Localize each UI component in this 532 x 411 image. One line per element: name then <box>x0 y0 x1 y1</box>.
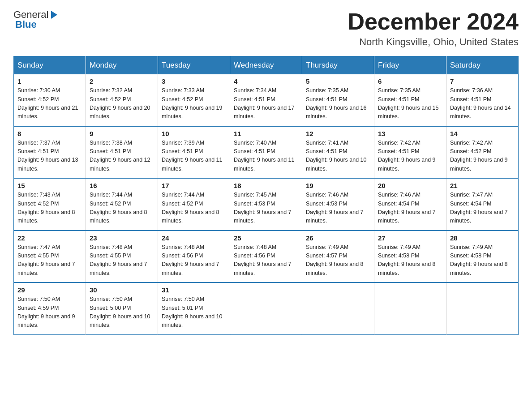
calendar-cell: 1 Sunrise: 7:30 AMSunset: 4:52 PMDayligh… <box>14 74 86 126</box>
day-info: Sunrise: 7:37 AMSunset: 4:51 PMDaylight:… <box>17 139 82 174</box>
calendar-week-row: 15 Sunrise: 7:43 AMSunset: 4:52 PMDaylig… <box>14 178 519 231</box>
calendar-cell: 25 Sunrise: 7:48 AMSunset: 4:56 PMDaylig… <box>230 231 302 283</box>
calendar-cell: 22 Sunrise: 7:47 AMSunset: 4:55 PMDaylig… <box>14 231 86 283</box>
day-number: 23 <box>90 234 154 242</box>
calendar-cell: 15 Sunrise: 7:43 AMSunset: 4:52 PMDaylig… <box>14 178 86 231</box>
calendar-cell: 2 Sunrise: 7:32 AMSunset: 4:52 PMDayligh… <box>86 74 158 126</box>
calendar-cell: 27 Sunrise: 7:49 AMSunset: 4:58 PMDaylig… <box>374 231 446 283</box>
day-number: 20 <box>378 182 442 189</box>
day-number: 15 <box>17 182 82 189</box>
weekday-header-thursday: Thursday <box>302 56 374 75</box>
day-number: 30 <box>90 286 154 294</box>
day-number: 22 <box>17 234 82 242</box>
day-info: Sunrise: 7:39 AMSunset: 4:51 PMDaylight:… <box>162 139 226 174</box>
day-number: 7 <box>450 77 515 85</box>
calendar-cell: 9 Sunrise: 7:38 AMSunset: 4:51 PMDayligh… <box>86 126 158 179</box>
calendar-cell: 12 Sunrise: 7:41 AMSunset: 4:51 PMDaylig… <box>302 126 374 179</box>
day-info: Sunrise: 7:47 AMSunset: 4:55 PMDaylight:… <box>17 243 82 278</box>
calendar-cell: 3 Sunrise: 7:33 AMSunset: 4:52 PMDayligh… <box>158 74 230 126</box>
calendar-week-row: 29 Sunrise: 7:50 AMSunset: 4:59 PMDaylig… <box>14 283 519 334</box>
calendar-cell: 11 Sunrise: 7:40 AMSunset: 4:51 PMDaylig… <box>230 126 302 179</box>
calendar-cell: 8 Sunrise: 7:37 AMSunset: 4:51 PMDayligh… <box>14 126 86 179</box>
day-info: Sunrise: 7:44 AMSunset: 4:52 PMDaylight:… <box>162 191 226 226</box>
day-number: 29 <box>17 286 82 294</box>
calendar-cell <box>230 283 302 334</box>
day-info: Sunrise: 7:48 AMSunset: 4:56 PMDaylight:… <box>162 243 226 278</box>
day-number: 28 <box>450 234 515 242</box>
calendar-week-row: 1 Sunrise: 7:30 AMSunset: 4:52 PMDayligh… <box>14 74 519 126</box>
page-header: General Blue December 2024 North Kingsvi… <box>13 9 519 48</box>
day-number: 25 <box>234 234 298 242</box>
weekday-header-row: SundayMondayTuesdayWednesdayThursdayFrid… <box>14 56 519 75</box>
calendar-cell: 29 Sunrise: 7:50 AMSunset: 4:59 PMDaylig… <box>14 283 86 334</box>
calendar-cell: 21 Sunrise: 7:47 AMSunset: 4:54 PMDaylig… <box>446 178 519 231</box>
day-info: Sunrise: 7:50 AMSunset: 5:01 PMDaylight:… <box>162 295 226 330</box>
day-info: Sunrise: 7:44 AMSunset: 4:52 PMDaylight:… <box>90 191 154 226</box>
day-number: 31 <box>162 286 226 294</box>
day-info: Sunrise: 7:40 AMSunset: 4:51 PMDaylight:… <box>234 139 298 174</box>
calendar-cell: 28 Sunrise: 7:49 AMSunset: 4:58 PMDaylig… <box>446 231 519 283</box>
day-number: 13 <box>378 130 442 137</box>
day-number: 18 <box>234 182 298 189</box>
logo-blue-text: Blue <box>15 19 37 30</box>
day-info: Sunrise: 7:35 AMSunset: 4:51 PMDaylight:… <box>306 86 370 121</box>
calendar-cell: 24 Sunrise: 7:48 AMSunset: 4:56 PMDaylig… <box>158 231 230 283</box>
day-info: Sunrise: 7:48 AMSunset: 4:55 PMDaylight:… <box>90 243 154 278</box>
calendar-cell: 6 Sunrise: 7:35 AMSunset: 4:51 PMDayligh… <box>374 74 446 126</box>
logo-block: General Blue <box>13 9 59 30</box>
calendar-cell: 26 Sunrise: 7:49 AMSunset: 4:57 PMDaylig… <box>302 231 374 283</box>
day-info: Sunrise: 7:32 AMSunset: 4:52 PMDaylight:… <box>90 86 154 121</box>
day-number: 12 <box>306 130 370 137</box>
calendar-week-row: 8 Sunrise: 7:37 AMSunset: 4:51 PMDayligh… <box>14 126 519 179</box>
day-info: Sunrise: 7:46 AMSunset: 4:54 PMDaylight:… <box>378 191 442 226</box>
day-info: Sunrise: 7:42 AMSunset: 4:51 PMDaylight:… <box>378 139 442 174</box>
day-info: Sunrise: 7:30 AMSunset: 4:52 PMDaylight:… <box>17 86 82 121</box>
day-info: Sunrise: 7:50 AMSunset: 5:00 PMDaylight:… <box>90 295 154 330</box>
calendar-table: SundayMondayTuesdayWednesdayThursdayFrid… <box>13 56 519 335</box>
calendar-cell: 18 Sunrise: 7:45 AMSunset: 4:53 PMDaylig… <box>230 178 302 231</box>
weekday-header-wednesday: Wednesday <box>230 56 302 75</box>
calendar-cell: 20 Sunrise: 7:46 AMSunset: 4:54 PMDaylig… <box>374 178 446 231</box>
day-info: Sunrise: 7:36 AMSunset: 4:51 PMDaylight:… <box>450 86 515 121</box>
day-info: Sunrise: 7:33 AMSunset: 4:52 PMDaylight:… <box>162 86 226 121</box>
calendar-cell: 30 Sunrise: 7:50 AMSunset: 5:00 PMDaylig… <box>86 283 158 334</box>
day-info: Sunrise: 7:35 AMSunset: 4:51 PMDaylight:… <box>378 86 442 121</box>
day-number: 8 <box>17 130 82 137</box>
weekday-header-monday: Monday <box>86 56 158 75</box>
weekday-header-tuesday: Tuesday <box>158 56 230 75</box>
title-block: December 2024 North Kingsville, Ohio, Un… <box>348 9 519 48</box>
calendar-cell <box>374 283 446 334</box>
logo: General Blue <box>13 9 59 30</box>
calendar-cell: 14 Sunrise: 7:42 AMSunset: 4:52 PMDaylig… <box>446 126 519 179</box>
day-number: 9 <box>90 130 154 137</box>
day-number: 6 <box>378 77 442 85</box>
day-number: 10 <box>162 130 226 137</box>
calendar-cell: 23 Sunrise: 7:48 AMSunset: 4:55 PMDaylig… <box>86 231 158 283</box>
day-info: Sunrise: 7:50 AMSunset: 4:59 PMDaylight:… <box>17 295 82 330</box>
day-number: 17 <box>162 182 226 189</box>
location-subtitle: North Kingsville, Ohio, United States <box>348 36 519 48</box>
month-title: December 2024 <box>348 9 519 34</box>
day-number: 24 <box>162 234 226 242</box>
day-info: Sunrise: 7:46 AMSunset: 4:53 PMDaylight:… <box>306 191 370 226</box>
day-number: 4 <box>234 77 298 85</box>
day-info: Sunrise: 7:49 AMSunset: 4:57 PMDaylight:… <box>306 243 370 278</box>
day-info: Sunrise: 7:41 AMSunset: 4:51 PMDaylight:… <box>306 139 370 174</box>
calendar-cell: 16 Sunrise: 7:44 AMSunset: 4:52 PMDaylig… <box>86 178 158 231</box>
calendar-cell: 31 Sunrise: 7:50 AMSunset: 5:01 PMDaylig… <box>158 283 230 334</box>
calendar-cell: 19 Sunrise: 7:46 AMSunset: 4:53 PMDaylig… <box>302 178 374 231</box>
day-number: 26 <box>306 234 370 242</box>
day-number: 27 <box>378 234 442 242</box>
day-number: 16 <box>90 182 154 189</box>
day-info: Sunrise: 7:45 AMSunset: 4:53 PMDaylight:… <box>234 191 298 226</box>
day-info: Sunrise: 7:42 AMSunset: 4:52 PMDaylight:… <box>450 139 515 174</box>
calendar-cell: 5 Sunrise: 7:35 AMSunset: 4:51 PMDayligh… <box>302 74 374 126</box>
day-number: 21 <box>450 182 515 189</box>
svg-marker-0 <box>51 11 57 19</box>
calendar-cell: 13 Sunrise: 7:42 AMSunset: 4:51 PMDaylig… <box>374 126 446 179</box>
day-number: 14 <box>450 130 515 137</box>
calendar-week-row: 22 Sunrise: 7:47 AMSunset: 4:55 PMDaylig… <box>14 231 519 283</box>
calendar-cell: 10 Sunrise: 7:39 AMSunset: 4:51 PMDaylig… <box>158 126 230 179</box>
weekday-header-friday: Friday <box>374 56 446 75</box>
calendar-cell: 17 Sunrise: 7:44 AMSunset: 4:52 PMDaylig… <box>158 178 230 231</box>
